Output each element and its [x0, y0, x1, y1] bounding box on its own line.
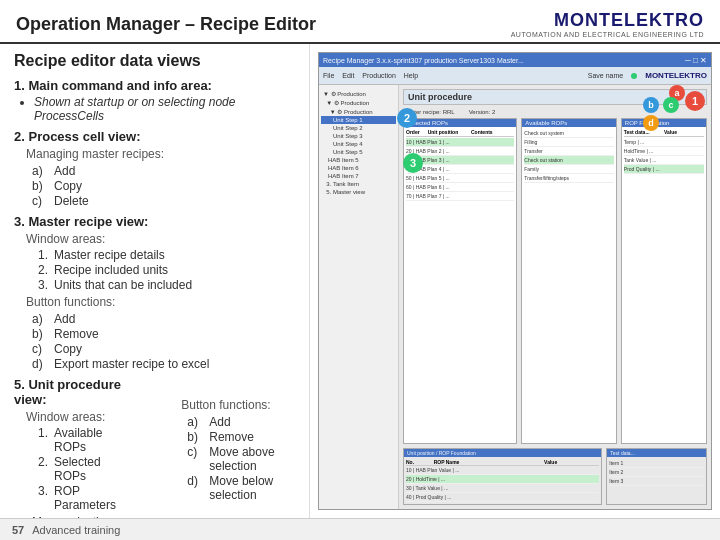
- ss-tree-item-11[interactable]: 5. Master view: [321, 188, 396, 196]
- ss-body: ▼ ⚙ Production ▼ ⚙ Production ▼ ⚙ Produc…: [319, 85, 711, 509]
- ss-tree-item-6[interactable]: Unit Step 5: [321, 148, 396, 156]
- unit-window-1: 1.Available ROPs: [38, 426, 129, 454]
- callout-b: b: [643, 97, 659, 113]
- ss-bottom-col-headers: No. ROP Name Value: [406, 459, 599, 466]
- ss-param-col-value: Value: [664, 129, 704, 135]
- ss-selected-rops-header: Selected ROPs: [404, 119, 516, 127]
- callout-d: d: [643, 115, 659, 131]
- ss-tree-item-2[interactable]: ▼ ⚙ Production: [321, 107, 396, 116]
- ss-tree-selected[interactable]: Unit Step 1: [321, 116, 396, 124]
- ss-available-rops-panel: Available ROPs Check out system Filling …: [521, 118, 617, 444]
- ss-rop-row-2[interactable]: 20 | HAB Plan 2 | ...: [406, 147, 514, 156]
- ss-tree-item-10[interactable]: 3. Tank Item: [321, 180, 396, 188]
- ss-param-row-4[interactable]: Prod Quality | ...: [624, 165, 704, 174]
- ss-bottom-section: Unit position / ROP Foundation No. ROP N…: [403, 448, 707, 505]
- ss-tree-item-4[interactable]: Unit Step 3: [321, 132, 396, 140]
- list-item-5: 5. Unit procedure view: Window areas: 1.…: [14, 377, 295, 518]
- ss-window-controls[interactable]: ─ □ ✕: [685, 56, 707, 65]
- unit-window-2: 2.Selected ROPs: [38, 455, 129, 483]
- ss-tree-item-3[interactable]: Unit Step 2: [321, 124, 396, 132]
- list-item-1: 1. Main command and info area: Shown at …: [14, 78, 295, 123]
- ss-menu-help[interactable]: Help: [404, 72, 418, 79]
- ss-tree-panel: ▼ ⚙ Production ▼ ⚙ Production ▼ ⚙ Produc…: [319, 85, 399, 509]
- section-title: Recipe editor data views: [14, 52, 295, 70]
- ss-bottom-left: Unit position / ROP Foundation No. ROP N…: [403, 448, 602, 505]
- ss-toolbar-save[interactable]: Save name: [588, 72, 623, 79]
- ss-rop-params-panel: ROP Foundation Test data... Value Temp |…: [621, 118, 707, 444]
- ss-bottom-row-3[interactable]: 30 | Tank Value | ...: [406, 484, 599, 493]
- alpha-a: a)Add: [32, 164, 295, 178]
- ss-bottom-row-1[interactable]: 10 | HAB Plan Value | ...: [406, 466, 599, 475]
- ss-avail-row-2[interactable]: Filling: [524, 138, 614, 147]
- ss-tree-root[interactable]: ▼ ⚙ Production: [321, 89, 396, 98]
- ss-param-headers: Test data... Value: [624, 129, 704, 137]
- item-3-buttons: a)Add b)Remove c)Copy d)Export master re…: [14, 312, 295, 371]
- ss-logo-small: MONTELEKTRO: [645, 71, 707, 80]
- ss-avail-row-4[interactable]: Check out station: [524, 156, 614, 165]
- screenshot-box: Recipe Manager 3.x.x-sprint307 productio…: [318, 52, 712, 510]
- page-title: Operation Manager – Recipe Editor: [16, 14, 316, 35]
- ss-tree-item-5[interactable]: Unit Step 4: [321, 140, 396, 148]
- ss-param-row-3[interactable]: Tank Value | ...: [624, 156, 704, 165]
- window-item-3: 3.Units that can be included: [38, 278, 295, 292]
- btn-c: c)Copy: [32, 342, 295, 356]
- logo-text: MONTELEKTRO: [554, 10, 704, 31]
- ss-menu-production[interactable]: Production: [362, 72, 395, 79]
- ss-tree-item-1[interactable]: ▼ ⚙ Production: [321, 98, 396, 107]
- left-panel: Recipe editor data views 1. Main command…: [0, 44, 310, 518]
- ss-rop-row-7[interactable]: 70 | HAB Plan 7 | ...: [406, 192, 514, 201]
- item-5-btn-label: Button functions:: [181, 398, 295, 412]
- ss-bottom-row-2[interactable]: 20 | HoldTime | ...: [406, 475, 599, 484]
- item-1-heading: 1. Main command and info area:: [14, 78, 212, 93]
- ss-param-row-2[interactable]: HoldTime | ...: [624, 147, 704, 156]
- ss-rop-row-5[interactable]: 50 | HAB Plan 5 | ...: [406, 174, 514, 183]
- ss-menu-file[interactable]: File: [323, 72, 334, 79]
- ss-br-row-2[interactable]: Item 2: [609, 468, 704, 477]
- ss-rop-params-body: Test data... Value Temp | ... HoldTime |…: [622, 127, 706, 176]
- ss-menu-edit[interactable]: Edit: [342, 72, 354, 79]
- page: Operation Manager – Recipe Editor MONTEL…: [0, 0, 720, 540]
- ss-br-row-3[interactable]: Item 3: [609, 477, 704, 486]
- ss-param-row-1[interactable]: Temp | ...: [624, 138, 704, 147]
- ss-title-text: Recipe Manager 3.x.x-sprint307 productio…: [323, 57, 524, 64]
- ss-bottom-row-4[interactable]: 40 | Prod Quality | ...: [406, 493, 599, 502]
- ss-panel-title: Unit procedure: [403, 89, 707, 105]
- callout-1: 1: [685, 91, 705, 111]
- ss-col-order: Order: [406, 129, 428, 135]
- ss-bottom-left-header: Unit position / ROP Foundation: [404, 449, 601, 457]
- btn-b: b)Remove: [32, 327, 295, 341]
- ss-avail-row-3[interactable]: Transfer: [524, 147, 614, 156]
- ss-tree-item-9[interactable]: HAB Item 7: [321, 172, 396, 180]
- ss-bottom-right-body: Item 1 Item 2 Item 3: [607, 457, 706, 488]
- ss-avail-row-1[interactable]: Check out system: [524, 129, 614, 138]
- ss-br-row-1[interactable]: Item 1: [609, 459, 704, 468]
- ss-panels: Selected ROPs Order Unit position Conten…: [403, 118, 707, 444]
- window-item-1: 1.Master recipe details: [38, 248, 295, 262]
- unit-window-3: 3.ROP Parameters: [38, 484, 129, 512]
- item-5-window-items: 1.Available ROPs 2.Selected ROPs 3.ROP P…: [14, 426, 129, 512]
- ss-info-row: Master recipe: RRL Version: 2: [403, 109, 707, 115]
- ss-tree-item-7[interactable]: HAB Item 5: [321, 156, 396, 164]
- alpha-b: b)Copy: [32, 179, 295, 193]
- footer-label: Advanced training: [32, 524, 120, 536]
- callout-2: 2: [397, 108, 417, 128]
- ss-avail-row-5[interactable]: Family: [524, 165, 614, 174]
- list-item-2: 2. Process cell view: Managing master re…: [14, 129, 295, 208]
- unit-btn-d: d)Move below selection: [187, 474, 295, 502]
- callout-3: 3: [403, 153, 423, 173]
- ss-toolbar: File Edit Production Help Save name MONT…: [319, 67, 711, 85]
- ss-rop-row-6[interactable]: 60 | HAB Plan 6 | ...: [406, 183, 514, 192]
- logo-area: MONTELEKTRO AUTOMATION AND ELECTRICAL EN…: [511, 10, 704, 38]
- ss-rop-row-1[interactable]: 10 | HAB Plan 1 | ...: [406, 138, 514, 147]
- item-3-heading: 3. Master recipe view:: [14, 214, 148, 229]
- item-3-btn-label: Button functions:: [26, 295, 295, 309]
- item-5-left: 5. Unit procedure view: Window areas: 1.…: [14, 377, 129, 513]
- item-5-window-label: Window areas:: [26, 410, 129, 424]
- footer: 57 Advanced training: [0, 518, 720, 540]
- header: Operation Manager – Recipe Editor MONTEL…: [0, 0, 720, 44]
- item-5-heading: 5. Unit procedure view:: [14, 377, 121, 407]
- ss-col-headers: Order Unit position Contents: [406, 129, 514, 137]
- item-1-bullets: Shown at startup or on selecting node Pr…: [14, 95, 295, 123]
- ss-tree-item-8[interactable]: HAB Item 6: [321, 164, 396, 172]
- ss-avail-row-6[interactable]: Transfer/lifting/steps: [524, 174, 614, 183]
